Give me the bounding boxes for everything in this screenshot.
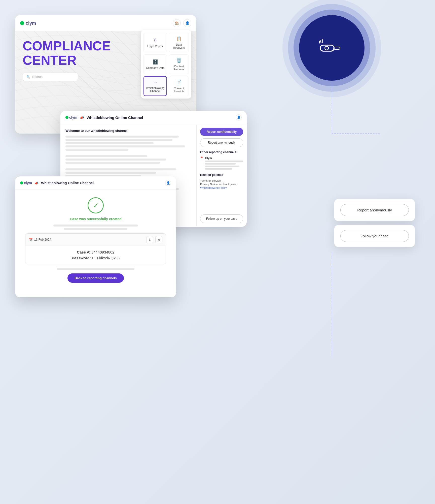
download-btn[interactable]: ⬇ <box>146 236 153 243</box>
menu-grid: § Legal Center 📋 Data Requests 🗄️ Compan… <box>141 30 191 99</box>
compliance-header: clym 🏠 👤 <box>15 15 196 31</box>
btn-right-follow-case[interactable]: Follow your case <box>340 230 409 242</box>
legal-icon: § <box>154 38 157 43</box>
btn-report-anonymous[interactable]: Report anonymously <box>200 138 243 147</box>
search-bar[interactable]: 🔍 Search <box>23 73 78 81</box>
policy-privacy[interactable]: Privacy Notice for Employees <box>200 183 243 186</box>
case-number-label: Case #: <box>77 250 90 254</box>
case-user-icon[interactable]: 👤 <box>165 180 171 186</box>
whistle-icon-circle <box>299 15 365 81</box>
channel-line-1 <box>205 161 243 162</box>
whistleblowing-icon: → <box>153 80 158 85</box>
text-line-8 <box>65 162 160 164</box>
btn-right-report-anonymous[interactable]: Report anonymously <box>340 204 409 216</box>
case-date: 📅 13 Feb 2024 <box>29 238 51 241</box>
text-line-6 <box>65 155 147 157</box>
case-line-1 <box>53 225 138 227</box>
policy-whistleblowing[interactable]: Whistleblowing Policy <box>200 186 243 189</box>
success-text-part1: Case was <box>70 217 87 221</box>
related-policies-title: Related policies <box>200 173 243 177</box>
case-number-value: 34440934802 <box>91 250 115 254</box>
case-logo-dot <box>20 181 23 184</box>
case-whistle-icon: 📣 <box>34 181 39 185</box>
svg-rect-1 <box>334 47 340 49</box>
wb-user-icon[interactable]: 👤 <box>236 114 242 120</box>
btn-follow-case[interactable]: Follow up on your case <box>200 214 243 223</box>
right-panel: Report anonymously Follow your case <box>334 199 415 247</box>
case-header: clym 📣 Whistleblowing Online Channel 👤 <box>15 176 176 190</box>
case-date-value: 13 Feb 2024 <box>34 238 51 241</box>
menu-item-company-data[interactable]: 🗄️ Company Data <box>143 54 167 74</box>
right-card-anonymous: Report anonymously <box>334 199 415 221</box>
company-data-icon: 🗄️ <box>153 59 158 65</box>
consent-icon: 📄 <box>176 80 182 85</box>
bottom-line-1 <box>57 268 134 270</box>
menu-item-consent-label: Consent Receipts <box>171 87 187 93</box>
dashed-line-h <box>332 134 380 134</box>
channel-name: Clym <box>205 156 243 160</box>
text-line-5 <box>65 149 128 151</box>
text-line-3 <box>65 142 154 144</box>
case-logo-text: clym <box>24 181 32 185</box>
text-line-1 <box>65 136 179 138</box>
menu-item-legal[interactable]: § Legal Center <box>143 33 167 52</box>
case-body: ✓ Case was successfully created 📅 13 Feb… <box>15 190 176 290</box>
menu-item-content-removal[interactable]: 🗑️ Content Removal <box>169 54 189 74</box>
search-placeholder: Search <box>32 75 43 79</box>
whistle-svg <box>318 38 346 58</box>
case-password: Password: EEFklksdRQk93 <box>29 256 162 260</box>
wb-welcome-text: Welcome to our whistleblowing channel <box>65 129 191 133</box>
menu-item-company-data-label: Company Data <box>146 66 164 69</box>
channel-item: 📍 Clym <box>200 156 243 170</box>
success-keyword: successfully <box>87 217 108 221</box>
right-card-follow: Follow your case <box>334 225 415 247</box>
case-channel-title: Whistleblowing Online Channel <box>41 181 94 185</box>
dashed-line-2 <box>332 252 332 358</box>
btn-back-to-channels[interactable]: Back to reporting channels <box>67 273 124 283</box>
menu-item-content-removal-label: Content Removal <box>171 65 187 71</box>
case-password-label: Password: <box>72 256 91 260</box>
calendar-icon: 📅 <box>29 238 33 241</box>
case-password-value: EEFklksdRQk93 <box>92 256 120 260</box>
case-info-box: 📅 13 Feb 2024 ⬇ 🖨 Case #: 34440934802 Pa… <box>25 233 166 264</box>
text-line-4 <box>65 145 185 147</box>
case-header-left: clym 📣 Whistleblowing Online Channel <box>20 181 94 185</box>
success-circle: ✓ <box>88 197 104 213</box>
print-btn[interactable]: 🖨 <box>155 236 162 243</box>
menu-item-data-requests[interactable]: 📋 Data Requests <box>169 33 189 52</box>
case-info-actions: ⬇ 🖨 <box>146 236 162 243</box>
success-text-part2: created <box>108 217 122 221</box>
text-line-7 <box>65 159 166 161</box>
case-success-text: Case was successfully created <box>70 217 121 221</box>
menu-item-consent[interactable]: 📄 Consent Receipts <box>169 76 189 96</box>
clym-logo: clym <box>20 21 36 26</box>
policy-terms[interactable]: Terms of Service <box>200 179 243 182</box>
case-number: Case #: 34440934802 <box>29 250 162 254</box>
btn-report-confidential[interactable]: Report confidentially <box>200 128 243 136</box>
channel-line-4 <box>205 168 232 170</box>
wb-header: clym 📣 Whistleblowing Online Channel 👤 <box>60 111 247 124</box>
menu-item-whistleblowing[interactable]: → Whistleblowing Channel <box>143 76 167 96</box>
menu-item-legal-label: Legal Center <box>147 45 163 48</box>
wb-header-left: clym 📣 Whistleblowing Online Channel <box>65 115 143 120</box>
text-line-2 <box>65 139 172 141</box>
channel-line-2 <box>205 163 236 165</box>
header-icons: 🏠 👤 <box>173 19 191 27</box>
case-info-body: Case #: 34440934802 Password: EEFklksdRQ… <box>25 246 166 264</box>
other-channels-title: Other reporting channels <box>200 150 243 154</box>
logo-text: clym <box>26 21 36 26</box>
wb-channel-title: Whistleblowing Online Channel <box>87 115 143 120</box>
menu-item-data-requests-label: Data Requests <box>171 43 187 49</box>
wb-clym-logo: clym <box>65 115 77 119</box>
wb-logo-dot <box>65 116 68 119</box>
text-line-9 <box>65 168 176 170</box>
user-icon-btn[interactable]: 👤 <box>183 19 191 27</box>
home-icon-btn[interactable]: 🏠 <box>173 19 181 27</box>
wb-sidebar: Report confidentially Report anonymously… <box>196 124 247 227</box>
channel-location-icon: 📍 <box>200 156 204 160</box>
channel-line-3 <box>205 166 239 167</box>
content-removal-icon: 🗑️ <box>176 58 182 63</box>
wb-whistle-icon: 📣 <box>80 115 84 119</box>
menu-item-whistleblowing-label: Whistleblowing Channel <box>146 86 164 92</box>
policy-links: Terms of Service Privacy Notice for Empl… <box>200 179 243 190</box>
